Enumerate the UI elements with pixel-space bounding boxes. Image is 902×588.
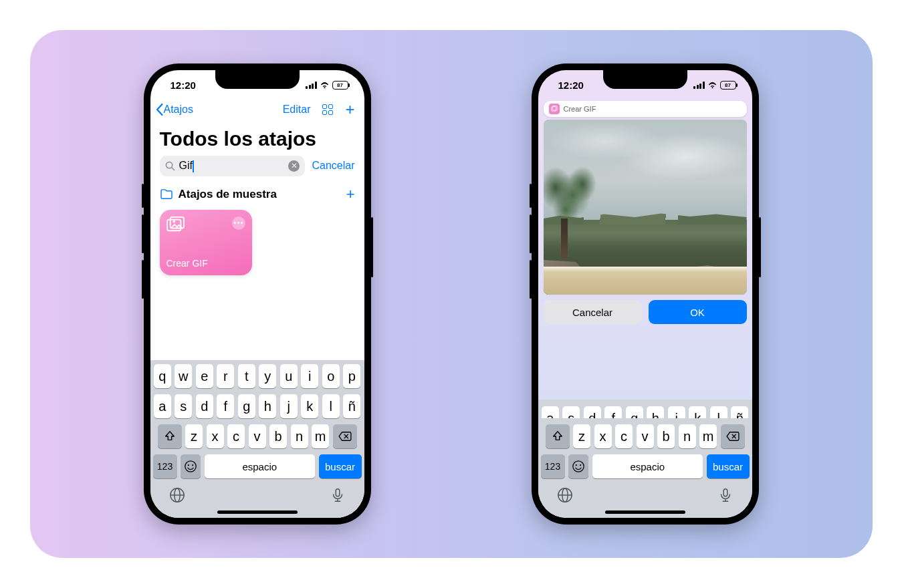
numeric-key[interactable]: 123 bbox=[153, 454, 177, 478]
space-key[interactable]: espacio bbox=[205, 454, 316, 478]
svg-point-14 bbox=[573, 461, 584, 472]
tile-menu-button[interactable] bbox=[232, 216, 245, 230]
home-indicator[interactable] bbox=[217, 510, 298, 514]
dictation-icon[interactable] bbox=[330, 487, 346, 503]
key-i[interactable]: i bbox=[301, 364, 318, 388]
backspace-key[interactable] bbox=[333, 424, 357, 448]
key-c[interactable]: c bbox=[615, 424, 633, 448]
key-l[interactable]: l bbox=[710, 406, 727, 418]
search-key[interactable]: buscar bbox=[319, 454, 362, 478]
cellular-icon bbox=[693, 82, 705, 89]
key-v[interactable]: v bbox=[249, 424, 266, 448]
key-n[interactable]: n bbox=[679, 424, 696, 448]
key-g[interactable]: g bbox=[626, 406, 643, 418]
key-ñ[interactable]: ñ bbox=[731, 406, 748, 418]
svg-point-16 bbox=[580, 464, 581, 466]
back-button[interactable]: Atajos bbox=[156, 104, 193, 116]
edit-button[interactable]: Editar bbox=[283, 104, 311, 116]
home-indicator[interactable] bbox=[605, 510, 685, 514]
key-j[interactable]: j bbox=[280, 394, 298, 418]
globe-icon[interactable] bbox=[169, 487, 185, 503]
key-p[interactable]: p bbox=[343, 364, 360, 388]
key-g[interactable]: g bbox=[238, 394, 255, 418]
search-icon bbox=[165, 161, 175, 171]
battery-icon: 87 bbox=[720, 81, 736, 90]
key-f[interactable]: f bbox=[604, 406, 622, 418]
key-v[interactable]: v bbox=[637, 424, 654, 448]
page-title: Todos los atajos bbox=[150, 124, 364, 156]
cancel-button[interactable]: Cancelar bbox=[544, 300, 642, 324]
wifi-icon bbox=[707, 81, 717, 89]
grid-view-icon[interactable] bbox=[321, 103, 334, 116]
folder-add-button[interactable]: + bbox=[346, 186, 355, 203]
keyboard: qwertyuiop asdfghjklñ zxcvbnm 123 espaci… bbox=[150, 360, 364, 518]
key-c[interactable]: c bbox=[227, 424, 245, 448]
key-b[interactable]: b bbox=[657, 424, 675, 448]
mute-switch bbox=[530, 184, 532, 208]
svg-point-15 bbox=[576, 464, 577, 466]
clear-search-button[interactable]: ✕ bbox=[288, 160, 300, 172]
volume-down bbox=[142, 260, 144, 299]
backspace-key[interactable] bbox=[721, 424, 745, 448]
key-s[interactable]: s bbox=[562, 406, 580, 418]
numeric-key[interactable]: 123 bbox=[541, 454, 565, 478]
key-ñ[interactable]: ñ bbox=[343, 394, 360, 418]
cellular-icon bbox=[306, 82, 317, 89]
power-button bbox=[759, 217, 761, 277]
tile-label: Crear GIF bbox=[166, 258, 245, 269]
key-m[interactable]: m bbox=[699, 424, 717, 448]
svg-point-6 bbox=[188, 464, 189, 466]
key-q[interactable]: q bbox=[154, 364, 171, 388]
folder-row[interactable]: Atajos de muestra + bbox=[150, 183, 364, 210]
key-a[interactable]: a bbox=[154, 394, 171, 418]
cancel-search-button[interactable]: Cancelar bbox=[312, 160, 354, 172]
key-l[interactable]: l bbox=[322, 394, 340, 418]
key-h[interactable]: h bbox=[647, 406, 664, 418]
emoji-key[interactable] bbox=[181, 454, 201, 478]
key-r[interactable]: r bbox=[217, 364, 234, 388]
key-d[interactable]: d bbox=[196, 394, 213, 418]
key-e[interactable]: e bbox=[196, 364, 213, 388]
dictation-icon[interactable] bbox=[717, 487, 734, 503]
key-w[interactable]: w bbox=[175, 364, 192, 388]
add-shortcut-button[interactable]: + bbox=[345, 103, 354, 116]
emoji-key[interactable] bbox=[568, 454, 588, 478]
search-input[interactable]: Gif ✕ bbox=[160, 156, 306, 176]
key-s[interactable]: s bbox=[175, 394, 192, 418]
photos-icon bbox=[166, 216, 185, 233]
key-o[interactable]: o bbox=[322, 364, 340, 388]
shift-key[interactable] bbox=[158, 424, 182, 448]
key-b[interactable]: b bbox=[269, 424, 287, 448]
key-t[interactable]: t bbox=[238, 364, 255, 388]
notch bbox=[215, 70, 300, 89]
key-k[interactable]: k bbox=[301, 394, 318, 418]
key-x[interactable]: x bbox=[594, 424, 612, 448]
key-a[interactable]: a bbox=[542, 406, 559, 418]
folder-icon bbox=[160, 189, 173, 200]
shortcut-glyph-icon bbox=[549, 104, 560, 114]
globe-icon[interactable] bbox=[557, 487, 573, 503]
shift-key[interactable] bbox=[546, 424, 570, 448]
folder-name: Atajos de muestra bbox=[179, 188, 277, 201]
shortcut-tile-crear-gif[interactable]: Crear GIF bbox=[160, 210, 252, 275]
key-n[interactable]: n bbox=[291, 424, 308, 448]
space-key[interactable]: espacio bbox=[592, 454, 703, 478]
svg-point-7 bbox=[192, 464, 193, 466]
key-m[interactable]: m bbox=[312, 424, 329, 448]
key-u[interactable]: u bbox=[280, 364, 298, 388]
svg-line-1 bbox=[171, 167, 174, 170]
svg-point-4 bbox=[173, 220, 175, 223]
key-z[interactable]: z bbox=[185, 424, 203, 448]
chevron-left-icon bbox=[156, 104, 163, 116]
ok-button[interactable]: OK bbox=[649, 300, 747, 324]
key-x[interactable]: x bbox=[207, 424, 224, 448]
key-k[interactable]: k bbox=[689, 406, 706, 418]
key-y[interactable]: y bbox=[259, 364, 276, 388]
search-key[interactable]: buscar bbox=[707, 454, 750, 478]
key-d[interactable]: d bbox=[584, 406, 601, 418]
key-z[interactable]: z bbox=[573, 424, 590, 448]
key-j[interactable]: j bbox=[668, 406, 685, 418]
key-f[interactable]: f bbox=[217, 394, 234, 418]
svg-rect-11 bbox=[336, 489, 340, 496]
key-h[interactable]: h bbox=[259, 394, 276, 418]
